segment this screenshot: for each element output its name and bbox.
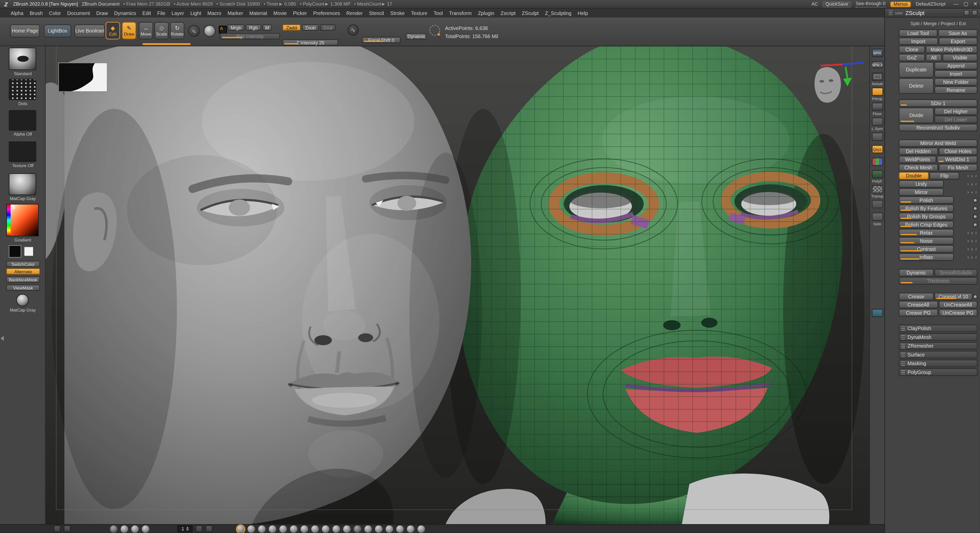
axis-toggles[interactable]: x y z (967, 239, 977, 243)
tool-thumbnail[interactable] (417, 525, 425, 533)
weld-points-button[interactable]: WeldPoints (899, 156, 936, 163)
menu-item[interactable]: Texture (408, 10, 430, 16)
tool-thumbnail[interactable] (311, 525, 319, 533)
goz-visible-button[interactable]: Visible (942, 54, 977, 61)
menu-item[interactable]: Draw (93, 10, 111, 16)
relax-slider[interactable]: Relax (899, 229, 954, 236)
current-texture-thumbnail[interactable] (9, 142, 36, 162)
thickness-slider[interactable]: Thickness (899, 277, 977, 285)
crease-toggle-icon[interactable] (973, 294, 977, 298)
subpalette-header[interactable]: ZRemesher (899, 342, 977, 349)
dynamic-mode-icon[interactable] (430, 25, 440, 36)
z-intensity-slider[interactable]: Z Intensity 25 (282, 39, 338, 46)
menu-item[interactable]: Macro (204, 10, 224, 16)
tool-thumbnail[interactable] (247, 525, 255, 533)
spin-up-icon[interactable] (186, 527, 189, 528)
menu-item[interactable]: Brush (27, 10, 46, 16)
tool-thumbnail[interactable] (131, 525, 139, 533)
polish-mode-toggle-icon[interactable] (973, 206, 977, 211)
alternate-button[interactable]: Alternate (6, 268, 40, 275)
goz-button[interactable]: GoZ (899, 54, 925, 61)
menu-item[interactable]: Movie (270, 10, 290, 16)
insert-button[interactable]: Insert (934, 70, 977, 78)
mrgb-button[interactable]: Mrgb (228, 24, 245, 31)
unify-button[interactable]: Unify (899, 180, 944, 188)
menu-item[interactable]: Z_Sculpting (542, 10, 574, 16)
alpha-preview-icon[interactable]: A (219, 26, 227, 34)
menu-item[interactable]: Edit (139, 10, 154, 16)
axis-toggles[interactable]: x y z (967, 247, 977, 251)
viewport-toggle-icon[interactable] (872, 88, 883, 96)
tool-thumbnail[interactable] (354, 525, 361, 533)
default-zscript-button[interactable]: DefaultZScript (916, 1, 945, 7)
subpalette-header[interactable]: Surface (899, 351, 977, 359)
save-as-button[interactable]: Save As (938, 29, 977, 37)
contrast-slider[interactable]: Contrast (899, 245, 954, 253)
tool-thumbnail[interactable] (237, 525, 244, 533)
polish-by-features-slider[interactable]: Polish By Features (899, 204, 954, 212)
del-higher-button[interactable]: Del Higher (934, 108, 977, 115)
smooth-subdiv-button[interactable]: SmoothSubdiv (934, 269, 977, 276)
clone-button[interactable]: Clone (899, 46, 925, 53)
menu-item[interactable]: Zscript (497, 10, 519, 16)
divide-button[interactable]: Divide (899, 108, 934, 123)
dynamic-draw-size-toggle[interactable]: Dynamic (406, 33, 426, 40)
rotate-mode-button[interactable]: ↻ Rotate (170, 22, 185, 39)
rgb-button[interactable]: Rgb (246, 24, 261, 31)
menu-item[interactable]: Alpha (8, 10, 27, 16)
menu-item[interactable]: Document (64, 10, 93, 16)
weld-dist-slider[interactable]: WeldDist 1 (937, 156, 977, 163)
tool-panel-header[interactable]: user ZSculpt (885, 9, 980, 17)
uncrease-all-button[interactable]: UnCreaseAll (939, 301, 977, 308)
tool-thumbnail[interactable] (322, 525, 329, 533)
tool-thumbnail[interactable] (301, 525, 308, 533)
tool-thumbnail[interactable] (269, 525, 276, 533)
subpalette-header[interactable]: PolyGroup (899, 369, 977, 376)
polish-by-groups-slider[interactable]: Polish By Groups (899, 212, 954, 220)
live-boolean-button[interactable]: Live Boolean (74, 24, 105, 38)
del-hidden-button[interactable]: Del Hidden (899, 148, 938, 155)
spin-down-icon[interactable] (186, 529, 189, 531)
tool-thumbnail[interactable] (142, 525, 150, 533)
menu-item[interactable]: Light (187, 10, 204, 16)
tool-thumbnail[interactable] (332, 525, 340, 533)
close-icon[interactable]: ✕ (974, 1, 978, 7)
menu-item[interactable]: Render (343, 10, 366, 16)
tool-thumbnail[interactable] (258, 525, 266, 533)
menu-item[interactable]: Stroke (387, 10, 408, 16)
stroke-preview-icon[interactable]: ∿ (188, 25, 200, 37)
menu-item[interactable]: Zplugin (475, 10, 497, 16)
viewport-toggle-icon[interactable]: BPR (872, 49, 883, 57)
mirror-button[interactable]: Mirror (899, 188, 944, 196)
rename-button[interactable]: Rename (934, 86, 977, 94)
menu-item[interactable]: Transform (446, 10, 475, 16)
alpha-mask-preview[interactable] (58, 62, 108, 92)
edit-mode-button[interactable]: ◆ Edit (105, 22, 120, 39)
viewport-toggle-icon[interactable] (872, 73, 883, 81)
viewport-toggle-icon[interactable] (872, 309, 883, 317)
current-material-thumbnail[interactable] (9, 173, 36, 195)
viewport-toggle-icon[interactable] (872, 118, 883, 126)
current-alpha-thumbnail[interactable] (9, 110, 36, 131)
polish-mode-toggle-icon[interactable] (973, 198, 977, 203)
zadd-button[interactable]: Zadd (282, 24, 301, 31)
collapse-left-tray-icon[interactable] (0, 336, 3, 341)
axis-toggles[interactable]: x y z (967, 255, 977, 259)
delete-button[interactable]: Delete (899, 78, 934, 94)
current-stroke-thumbnail[interactable] (9, 79, 36, 100)
draw-mode-button[interactable]: ✎ Draw (122, 22, 136, 39)
home-page-button[interactable]: Home Page (10, 24, 40, 38)
viewport-toggle-icon[interactable]: Qxyz (872, 145, 883, 153)
move-mode-button[interactable]: ↔ Move (139, 22, 153, 39)
tool-thumbnail[interactable] (386, 525, 393, 533)
lazy-mouse-icon[interactable]: ∿ (347, 24, 358, 35)
double-button[interactable]: Double (899, 172, 929, 180)
strip-icon[interactable] (196, 525, 202, 532)
new-folder-button[interactable]: New Folder (934, 78, 977, 86)
tool-thumbnail[interactable] (110, 525, 118, 533)
view-mask-button[interactable]: ViewMask (6, 285, 40, 291)
menu-item[interactable]: Preferences (310, 10, 343, 16)
flip-button[interactable]: Flip (929, 172, 959, 180)
panel-header-icon[interactable] (972, 10, 977, 16)
maximize-icon[interactable]: ▢ (964, 1, 968, 7)
